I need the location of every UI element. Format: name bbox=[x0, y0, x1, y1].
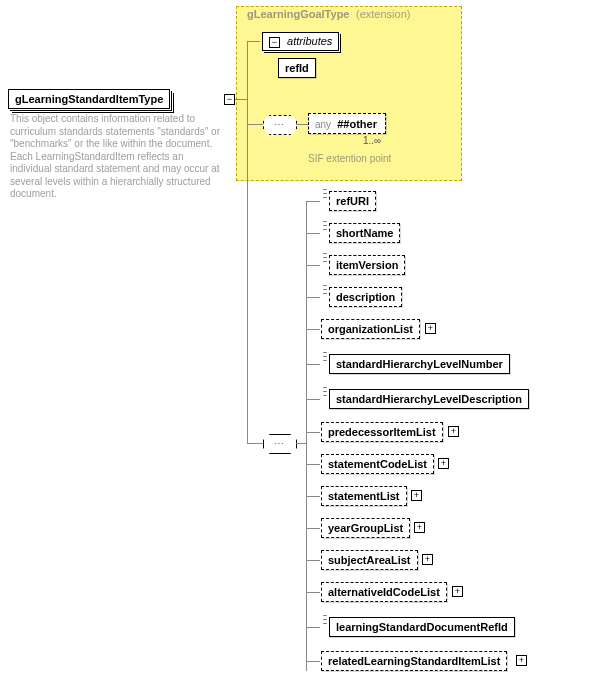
expand-organizationList: + bbox=[425, 323, 436, 334]
node-alternativeIdCodeList: alternativeIdCodeList bbox=[321, 582, 447, 602]
expand-predecessorItemList: + bbox=[448, 426, 459, 437]
node-shortName: shortName bbox=[329, 223, 400, 243]
node-statementList: statementList bbox=[321, 486, 407, 506]
node-statementCodeList: statementCodeList bbox=[321, 454, 434, 474]
any-prefix: any bbox=[315, 119, 331, 130]
root-expander-icon: − bbox=[224, 94, 235, 105]
expand-alternativeIdCodeList: + bbox=[452, 586, 463, 597]
any-other-node: any ##other bbox=[308, 113, 386, 134]
expand-subjectAreaList: + bbox=[422, 554, 433, 565]
expand-statementCodeList: + bbox=[438, 458, 449, 469]
node-organizationList: organizationList bbox=[321, 319, 420, 339]
node-yearGroupList: yearGroupList bbox=[321, 518, 410, 538]
sequence-compositor-main: ⋯ bbox=[263, 434, 297, 454]
node-standardHierarchyLevelDescription: standardHierarchyLevelDescription bbox=[329, 389, 529, 409]
attr-refId: refId bbox=[278, 58, 316, 78]
sequence-compositor-optional: ⋯ bbox=[263, 115, 297, 135]
node-relatedLearningStandardItemList: relatedLearningStandardItemList bbox=[321, 651, 507, 671]
node-predecessorItemList: predecessorItemList bbox=[321, 422, 443, 442]
expand-relatedLearningStandardItemList: + bbox=[516, 655, 527, 666]
collapse-icon: − bbox=[269, 37, 280, 48]
root-element: gLearningStandardItemType bbox=[8, 89, 170, 109]
attributes-box: − attributes bbox=[262, 32, 339, 51]
sif-note: SIF extention point bbox=[308, 153, 391, 164]
node-standardHierarchyLevelNumber: standardHierarchyLevelNumber bbox=[329, 354, 510, 374]
node-subjectAreaList: subjectAreaList bbox=[321, 550, 418, 570]
node-refURI: refURI bbox=[329, 191, 376, 211]
node-itemVersion: itemVersion bbox=[329, 255, 405, 275]
children-spine bbox=[306, 201, 307, 671]
extension-title: gLearningGoalType bbox=[247, 8, 349, 20]
node-description: description bbox=[329, 287, 402, 307]
diagram-canvas: gLearningGoalType (extension) − attribut… bbox=[0, 0, 590, 684]
expand-yearGroupList: + bbox=[414, 522, 425, 533]
node-learningStandardDocumentRefId: learningStandardDocumentRefId bbox=[329, 617, 515, 637]
attributes-label: attributes bbox=[287, 35, 332, 47]
any-cardinality: 1..∞ bbox=[363, 135, 381, 146]
extension-subtitle: (extension) bbox=[356, 8, 410, 20]
root-description: This object contains information related… bbox=[10, 113, 220, 201]
expand-statementList: + bbox=[411, 490, 422, 501]
any-value: ##other bbox=[337, 118, 377, 130]
